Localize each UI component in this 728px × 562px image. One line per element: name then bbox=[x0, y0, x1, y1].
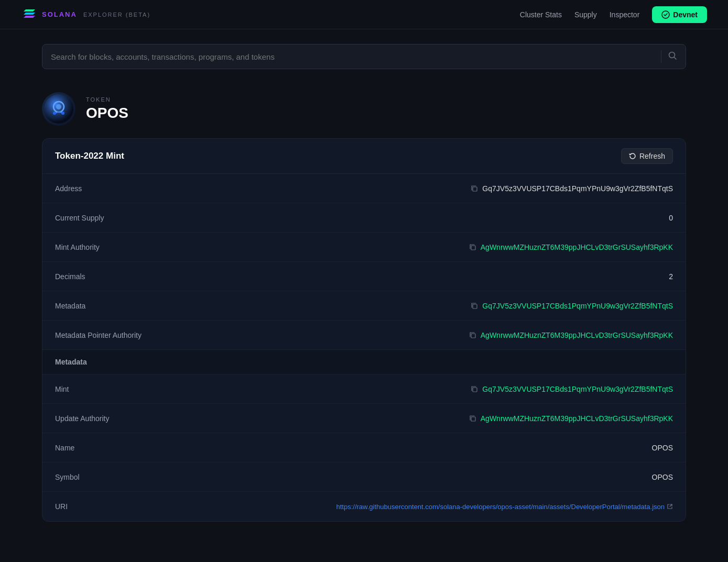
copy-icon-meta-ptr[interactable] bbox=[469, 332, 476, 339]
name-row: Name OPOS bbox=[42, 433, 686, 462]
supply-value: 0 bbox=[669, 214, 673, 222]
metadata-pointer-label: Metadata Pointer Authority bbox=[55, 331, 142, 339]
card-title: Token-2022 Mint bbox=[55, 151, 124, 161]
supply-row: Current Supply 0 bbox=[42, 203, 686, 233]
solana-wordmark: SOLANA bbox=[42, 10, 77, 18]
svg-rect-8 bbox=[471, 246, 475, 250]
search-divider bbox=[661, 50, 661, 63]
solana-logo: SOLANA EXPLORER (BETA) bbox=[21, 6, 150, 23]
decimals-value: 2 bbox=[669, 272, 673, 281]
address-row: Address Gq7JV5z3VVUSP17CBds1PqmYPnU9w3gV… bbox=[42, 174, 686, 203]
devnet-label: Devnet bbox=[673, 10, 698, 19]
devnet-button[interactable]: Devnet bbox=[652, 6, 707, 23]
token-logo bbox=[42, 92, 75, 126]
symbol-label: Symbol bbox=[55, 473, 80, 481]
name-value: OPOS bbox=[652, 444, 673, 452]
copy-icon-meta-mint[interactable] bbox=[471, 385, 478, 393]
svg-point-4 bbox=[56, 104, 61, 109]
mint-authority-row: Mint Authority AgWnrwwMZHuznZT6M39ppJHCL… bbox=[42, 233, 686, 262]
uri-label: URI bbox=[55, 502, 68, 511]
token-name: OPOS bbox=[86, 105, 128, 122]
svg-rect-11 bbox=[473, 388, 477, 392]
explorer-beta-label: EXPLORER (BETA) bbox=[83, 12, 150, 18]
name-label: Name bbox=[55, 444, 74, 452]
svg-rect-9 bbox=[473, 304, 477, 308]
meta-mint-value[interactable]: Gq7JV5z3VVUSP17CBds1PqmYPnU9w3gVr2ZfB5fN… bbox=[471, 385, 673, 393]
decimals-label: Decimals bbox=[55, 272, 85, 281]
symbol-row: Symbol OPOS bbox=[42, 462, 686, 492]
uri-value[interactable]: https://raw.githubusercontent.com/solana… bbox=[336, 503, 673, 511]
metadata-section-label: Metadata bbox=[55, 358, 87, 366]
cluster-stats-link[interactable]: Cluster Stats bbox=[520, 10, 562, 19]
navbar: SOLANA EXPLORER (BETA) Cluster Stats Sup… bbox=[0, 0, 728, 29]
address-label: Address bbox=[55, 184, 82, 193]
meta-mint-label: Mint bbox=[55, 385, 69, 393]
supply-link[interactable]: Supply bbox=[574, 10, 597, 19]
refresh-button[interactable]: Refresh bbox=[621, 148, 673, 164]
copy-icon-mint-auth[interactable] bbox=[469, 244, 476, 251]
copy-icon[interactable] bbox=[471, 185, 478, 192]
uri-row: URI https://raw.githubusercontent.com/so… bbox=[42, 492, 686, 521]
copy-icon-update-auth[interactable] bbox=[469, 415, 476, 422]
supply-label: Current Supply bbox=[55, 214, 104, 222]
mint-authority-label: Mint Authority bbox=[55, 243, 100, 251]
refresh-icon bbox=[629, 152, 636, 160]
metadata-pointer-value[interactable]: AgWnrwwMZHuznZT6M39ppJHCLvD3trGrSUSayhf3… bbox=[469, 331, 673, 339]
copy-icon-metadata[interactable] bbox=[471, 302, 478, 310]
svg-rect-10 bbox=[471, 334, 475, 338]
card-header: Token-2022 Mint Refresh bbox=[42, 139, 686, 174]
search-icon bbox=[668, 51, 677, 62]
external-link-icon bbox=[667, 503, 673, 510]
meta-mint-row: Mint Gq7JV5z3VVUSP17CBds1PqmYPnU9w3gVr2Z… bbox=[42, 374, 686, 404]
address-value: Gq7JV5z3VVUSP17CBds1PqmYPnU9w3gVr2ZfB5fN… bbox=[471, 184, 673, 193]
symbol-value: OPOS bbox=[652, 473, 673, 481]
navbar-right: Cluster Stats Supply Inspector Devnet bbox=[520, 6, 707, 23]
svg-rect-7 bbox=[473, 187, 477, 191]
metadata-row: Metadata Gq7JV5z3VVUSP17CBds1PqmYPnU9w3g… bbox=[42, 291, 686, 321]
search-input[interactable] bbox=[51, 52, 655, 61]
update-authority-label: Update Authority bbox=[55, 414, 110, 423]
refresh-label: Refresh bbox=[639, 152, 665, 160]
metadata-value[interactable]: Gq7JV5z3VVUSP17CBds1PqmYPnU9w3gVr2ZfB5fN… bbox=[471, 302, 673, 310]
token-mint-card: Token-2022 Mint Refresh Address Gq7JV5z3… bbox=[42, 138, 686, 522]
metadata-label: Metadata bbox=[55, 302, 85, 310]
token-info: TOKEN OPOS bbox=[86, 96, 128, 122]
token-header: TOKEN OPOS bbox=[0, 84, 728, 138]
svg-point-5 bbox=[53, 112, 56, 115]
search-container bbox=[0, 29, 728, 84]
navbar-left: SOLANA EXPLORER (BETA) bbox=[21, 6, 150, 23]
search-bar bbox=[42, 44, 686, 69]
mint-authority-value[interactable]: AgWnrwwMZHuznZT6M39ppJHCLvD3trGrSUSayhf3… bbox=[469, 243, 673, 251]
update-authority-value[interactable]: AgWnrwwMZHuznZT6M39ppJHCLvD3trGrSUSayhf3… bbox=[469, 414, 673, 423]
svg-point-6 bbox=[61, 112, 64, 115]
metadata-pointer-authority-row: Metadata Pointer Authority AgWnrwwMZHuzn… bbox=[42, 321, 686, 350]
svg-rect-12 bbox=[471, 417, 475, 421]
metadata-section-header: Metadata bbox=[42, 350, 686, 374]
main-content: Token-2022 Mint Refresh Address Gq7JV5z3… bbox=[0, 138, 728, 543]
inspector-link[interactable]: Inspector bbox=[610, 10, 640, 19]
svg-point-1 bbox=[669, 52, 675, 58]
update-authority-row: Update Authority AgWnrwwMZHuznZT6M39ppJH… bbox=[42, 404, 686, 433]
decimals-row: Decimals 2 bbox=[42, 262, 686, 291]
token-label: TOKEN bbox=[86, 96, 128, 103]
check-icon bbox=[661, 10, 670, 19]
